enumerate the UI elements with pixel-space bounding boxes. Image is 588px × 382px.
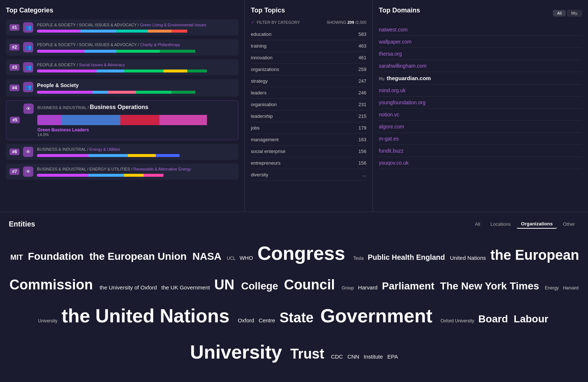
word-cloud-word[interactable]: Foundation	[28, 251, 86, 262]
word-cloud-word[interactable]: UCL	[227, 256, 237, 261]
rank-badge: #5	[10, 117, 20, 123]
domain-item[interactable]: fifty.theguardian.com	[379, 73, 582, 83]
category-item[interactable]: #5👁BUSINESS & INDUSTRIAL / Business Oper…	[6, 100, 238, 140]
domain-item[interactable]: wallpaper.com	[379, 37, 582, 47]
divider	[379, 84, 582, 85]
topic-row[interactable]: entrepreneurs156	[251, 157, 366, 169]
word-cloud-word[interactable]: United Nations	[450, 255, 487, 261]
word-cloud-word[interactable]: Tesla	[353, 256, 365, 261]
divider	[379, 169, 582, 169]
domain-link[interactable]: wallpaper.com	[379, 39, 412, 45]
word-cloud-word[interactable]: The New York Times	[440, 280, 542, 292]
word-cloud-word[interactable]: Centre	[259, 317, 276, 323]
word-cloud-word[interactable]: College	[241, 280, 281, 292]
domain-link[interactable]: notion.vc	[379, 112, 399, 117]
domain-item[interactable]: youqov.co.uk	[379, 158, 582, 168]
topic-row[interactable]: strategy247	[251, 75, 366, 87]
domain-item[interactable]: m-gat.es	[379, 134, 582, 144]
word-cloud-word[interactable]: Oxford	[238, 317, 256, 323]
topic-row[interactable]: leadership215	[251, 111, 366, 122]
category-item[interactable]: #3👥PEOPLE & SOCIETY / Social Issues & Ad…	[6, 59, 238, 75]
topic-row[interactable]: leaders246	[251, 87, 366, 99]
domain-link[interactable]: youngfoundation.org	[379, 100, 426, 105]
domain-link[interactable]: theguardian.com	[387, 75, 431, 81]
word-cloud-word[interactable]: UN	[214, 277, 238, 292]
entity-filter-organizations[interactable]: Organizations	[517, 220, 557, 229]
word-cloud-word[interactable]: Government	[320, 305, 438, 326]
word-cloud-word[interactable]: University	[190, 341, 287, 363]
category-item[interactable]: #4👥People & Society	[6, 79, 238, 97]
word-cloud-word[interactable]: Parliament	[382, 280, 437, 292]
topic-row[interactable]: training463	[251, 40, 366, 52]
topic-row[interactable]: social enterprise156	[251, 146, 366, 157]
domain-link[interactable]: mind.org.uk	[379, 87, 406, 93]
domain-item[interactable]: youngfoundation.org	[379, 97, 582, 108]
word-cloud-word[interactable]: the European Union	[89, 251, 189, 262]
word-cloud-word[interactable]: CNN	[347, 353, 361, 360]
word-cloud-word[interactable]: EPA	[387, 353, 398, 360]
word-cloud-word[interactable]: Congress	[257, 243, 350, 264]
word-cloud-word[interactable]: Public Health England	[368, 253, 447, 261]
domain-item[interactable]: thersa.org	[379, 49, 582, 59]
domain-link[interactable]: m-gat.es	[379, 136, 399, 142]
domain-item[interactable]: fundit.buzz	[379, 146, 582, 156]
topic-count: 156	[358, 160, 366, 166]
domain-item[interactable]: natwest.com	[379, 25, 582, 35]
topic-count: 583	[358, 31, 366, 37]
word-cloud-word[interactable]: MIT	[10, 253, 25, 261]
domain-link[interactable]: fundit.buzz	[379, 148, 404, 154]
rank-badge: #2	[10, 44, 19, 50]
topic-row[interactable]: innovation461	[251, 52, 366, 64]
domain-filter-fifty[interactable]: fifty.	[567, 10, 582, 16]
domain-link[interactable]: natwest.com	[379, 27, 408, 33]
category-label: BUSINESS & INDUSTRIAL / Business Operati…	[37, 104, 234, 111]
domain-filter-all[interactable]: All	[553, 10, 565, 16]
filter-check[interactable]: ✓ FILTER BY CATEGORY	[251, 19, 300, 25]
word-cloud-word[interactable]: Oxford University	[441, 318, 475, 323]
word-cloud-word[interactable]: State	[280, 310, 317, 325]
word-cloud-word[interactable]: Labour	[514, 313, 549, 325]
category-item[interactable]: #7👁BUSINESS & INDUSTRIAL / ENERGY & UTIL…	[6, 164, 238, 180]
word-cloud-word[interactable]: WHO	[240, 255, 255, 261]
topic-row[interactable]: management163	[251, 134, 366, 146]
domain-link[interactable]: sarahwillingham.com	[379, 63, 427, 69]
domain-item[interactable]: notion.vc	[379, 109, 582, 120]
word-cloud-word[interactable]: the UK Government	[161, 284, 211, 291]
word-cloud-word[interactable]: Board	[478, 313, 511, 325]
entity-filter-all[interactable]: All	[471, 220, 485, 228]
topic-row[interactable]: diversity...	[251, 169, 366, 181]
category-item[interactable]: #6👁BUSINESS & INDUSTRIAL / Energy & Util…	[6, 144, 238, 160]
topic-name: social enterprise	[251, 149, 286, 154]
word-cloud-word[interactable]: Group	[342, 285, 355, 291]
entity-filter-locations[interactable]: Locations	[486, 220, 515, 228]
entity-filter-other[interactable]: Other	[558, 220, 579, 228]
divider	[379, 72, 582, 72]
word-cloud-word[interactable]: Institute	[364, 353, 385, 360]
domain-item[interactable]: mind.org.uk	[379, 85, 582, 96]
category-item[interactable]: #1👥PEOPLE & SOCIETY / SOCIAL ISSUES & AD…	[6, 19, 238, 35]
domain-item[interactable]: sarahwillingham.com	[379, 61, 582, 71]
topic-row[interactable]: jobs179	[251, 122, 366, 134]
topic-name: training	[251, 43, 267, 49]
category-bar	[37, 154, 235, 157]
word-cloud-word[interactable]: NASA	[192, 251, 224, 262]
domain-link[interactable]: youqov.co.uk	[379, 160, 408, 166]
word-cloud-word[interactable]: the University of Oxford	[99, 284, 158, 291]
topic-row[interactable]: organisation231	[251, 99, 366, 111]
word-cloud-word[interactable]: CDC	[331, 353, 344, 360]
topics-list: education583training463innovation461orga…	[251, 29, 366, 181]
topic-name: diversity	[251, 172, 268, 177]
topic-row[interactable]: organizations259	[251, 64, 366, 75]
domain-link[interactable]: thersa.org	[379, 51, 402, 57]
word-cloud-word[interactable]: Harvard	[358, 284, 379, 291]
divider	[379, 60, 582, 60]
word-cloud-word[interactable]: the United Nations	[61, 305, 235, 326]
word-cloud-word[interactable]: Energy	[545, 285, 560, 291]
topic-row[interactable]: education583	[251, 29, 366, 40]
category-item[interactable]: #2👥PEOPLE & SOCIETY / SOCIAL ISSUES & AD…	[6, 39, 238, 55]
topic-name: organizations	[251, 67, 279, 72]
domain-link[interactable]: algore.com	[379, 124, 404, 130]
word-cloud-word[interactable]: Trust	[290, 346, 328, 362]
word-cloud-word[interactable]: Council	[284, 277, 339, 292]
domain-item[interactable]: algore.com	[379, 121, 582, 132]
